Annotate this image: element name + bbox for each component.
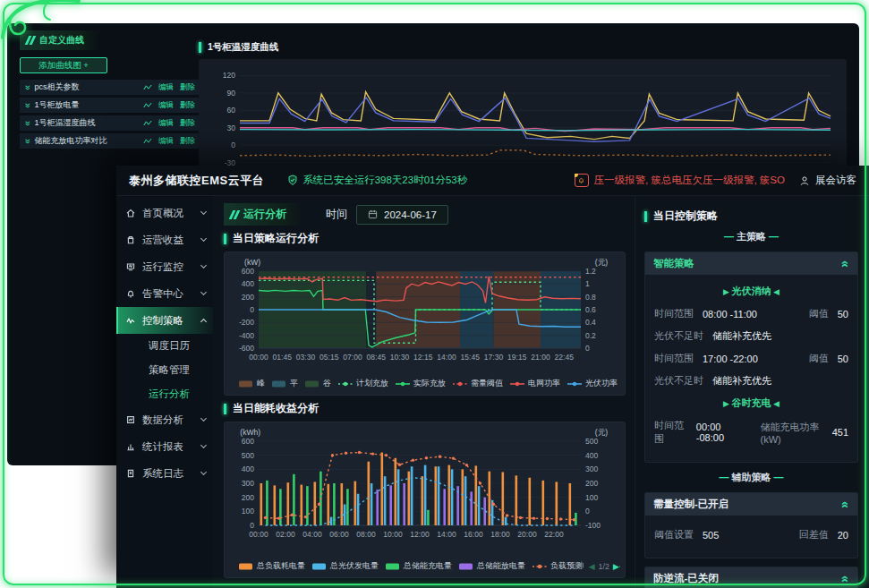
shield-icon: [287, 175, 298, 186]
strategy-run-title: 当日策略运行分析: [233, 231, 319, 246]
svg-text:01:45: 01:45: [273, 353, 293, 362]
sidebar-item-label: 告警中心: [142, 287, 195, 301]
legend-swatch-icon: [272, 380, 286, 388]
edit-button[interactable]: 编辑: [158, 118, 174, 129]
delete-button[interactable]: 删除: [180, 118, 195, 129]
sidebar-item-alarm-center[interactable]: 告警中心: [116, 280, 213, 307]
edit-button[interactable]: 编辑: [158, 100, 174, 111]
legend-item[interactable]: 总负载耗电量: [239, 560, 305, 572]
sidebar-item-statistics-report[interactable]: 统计报表: [116, 433, 213, 460]
home-icon: [125, 208, 136, 218]
legend-swatch-icon: [386, 563, 400, 570]
delete-button[interactable]: 删除: [180, 82, 195, 93]
time-range-row: 时间范围 08:00 -11:00 阈值 50: [654, 307, 848, 320]
smart-strategy-title: 智能策略: [653, 257, 694, 270]
demand-threshold-row: 阈值设置 505 回差值 20: [654, 528, 848, 541]
sidebar-subitem-strategy-management[interactable]: 策略管理: [116, 358, 213, 382]
legend-prev-icon[interactable]: ◀: [589, 562, 595, 571]
collapse-icon[interactable]: «: [839, 501, 852, 508]
legend-label: 实际充放: [413, 378, 446, 389]
demand-control-title: 需量控制-已开启: [653, 498, 728, 511]
tab-run-analysis[interactable]: 运行分析: [224, 203, 302, 226]
sidebar-item-home[interactable]: 首页概况: [116, 200, 213, 226]
collapse-icon[interactable]: «: [839, 575, 852, 583]
curve-row[interactable]: «pcs相关参数编辑删除: [20, 80, 200, 95]
svg-text:(kW): (kW): [244, 258, 260, 267]
sidebar-item-label: 统计报表: [142, 440, 195, 454]
legend-item[interactable]: 光伏功率: [567, 378, 618, 389]
sidebar-item-data-analysis[interactable]: 数据分析: [116, 406, 213, 433]
svg-text:200: 200: [585, 479, 598, 488]
curve-label: 储能充放电功率对比: [35, 135, 107, 147]
legend-item[interactable]: 计划充放: [338, 378, 388, 389]
curve-row[interactable]: «1号柜温湿度曲线编辑删除: [20, 115, 200, 131]
legend-label: 总储能放电量: [477, 560, 525, 572]
alarm-bell-icon[interactable]: [575, 174, 589, 187]
svg-text:07:00: 07:00: [343, 353, 362, 362]
legend-item[interactable]: 需量阈值: [453, 378, 503, 389]
date-picker[interactable]: 2024-06-17: [356, 205, 448, 225]
svg-text:19:15: 19:15: [507, 353, 527, 362]
daily-control-title: 当日控制策略: [653, 209, 718, 224]
add-curve-button[interactable]: 添加曲线图 +: [20, 57, 107, 73]
sidebar-item-control-strategy[interactable]: 控制策略: [116, 307, 213, 334]
collapse-icon[interactable]: «: [839, 260, 852, 268]
legend-item[interactable]: 谷: [305, 378, 331, 389]
edit-button[interactable]: 编辑: [158, 82, 174, 93]
sidebar-subitem-dispatch-calendar[interactable]: 调度日历: [116, 334, 213, 358]
energy-revenue-chart: 6005004003002001000(kWh)5004003002001000…: [228, 425, 609, 556]
section-accent-bar: [644, 211, 647, 222]
legend-pager: ◀1/2▶: [584, 559, 619, 574]
legend-item[interactable]: 总储能充电量: [386, 560, 452, 572]
legend-next-icon[interactable]: ▶: [613, 562, 619, 571]
svg-text:1: 1: [585, 279, 590, 288]
legend-line-icon: [567, 380, 582, 388]
legend-item[interactable]: 总光伏发电量: [312, 560, 379, 572]
svg-text:400: 400: [242, 279, 254, 288]
legend-label: 总光伏发电量: [330, 560, 379, 572]
svg-text:30: 30: [227, 124, 236, 132]
svg-text:500: 500: [242, 451, 254, 460]
edit-button[interactable]: 编辑: [158, 136, 174, 147]
legend-item[interactable]: 电网功率: [510, 378, 560, 389]
curve-preview-icon[interactable]: [143, 119, 152, 127]
legend-item[interactable]: 峰: [239, 378, 265, 389]
alarm-ticker[interactable]: 压一级报警, 簇总电压欠压一级报警, 簇SO: [575, 174, 785, 187]
app-title: 泰州多储联控EMS云平台: [129, 173, 264, 189]
delete-button[interactable]: 删除: [180, 136, 195, 147]
sidebar-item-label: 系统日志: [142, 467, 195, 481]
svg-text:00:00: 00:00: [249, 353, 268, 362]
legend-swatch-icon: [305, 380, 319, 388]
smart-strategy-card: 智能策略 « 光伏消纳 时间范围 08:00 -11:00 阈值 50: [644, 251, 858, 463]
section-accent-bar: [224, 404, 226, 414]
legend-item[interactable]: 平: [272, 378, 298, 389]
legend-item[interactable]: 实际充放: [396, 378, 446, 389]
user-menu[interactable]: 展会访客: [799, 174, 856, 187]
section-accent-bar: [199, 42, 201, 53]
tab-slashes-icon: [27, 36, 34, 45]
svg-text:600: 600: [242, 267, 254, 276]
sidebar-item-monitoring[interactable]: 运行监控: [116, 253, 213, 280]
svg-text:120: 120: [223, 71, 235, 80]
log-icon: [125, 468, 136, 479]
sidebar-item-label: 运营收益: [142, 234, 195, 247]
svg-text:0.8: 0.8: [585, 293, 596, 302]
svg-text:90: 90: [227, 89, 236, 98]
legend-label: 光伏功率: [585, 378, 618, 389]
svg-text:04:00: 04:00: [302, 530, 322, 539]
curve-row[interactable]: «储能充放电功率对比编辑删除: [20, 133, 200, 149]
sidebar-item-system-log[interactable]: 系统日志: [116, 460, 213, 487]
curve-preview-icon[interactable]: [143, 137, 152, 145]
svg-text:0.2: 0.2: [585, 331, 596, 340]
curve-preview-icon[interactable]: [143, 101, 152, 109]
legend-item[interactable]: 总储能放电量: [459, 560, 525, 572]
legend-label: 平: [290, 378, 298, 389]
curve-row[interactable]: «1号柜放电量编辑删除: [20, 98, 200, 113]
sidebar-item-revenue[interactable]: 运营收益: [116, 226, 213, 253]
sidebar-subitem-run-analysis[interactable]: 运行分析: [116, 382, 213, 406]
delete-button[interactable]: 删除: [180, 100, 195, 111]
chevron-down-icon: [200, 415, 207, 422]
curve-preview-icon[interactable]: [143, 83, 152, 91]
legend-line-icon: [338, 380, 353, 388]
custom-curves-tab[interactable]: 自定义曲线: [20, 30, 100, 50]
